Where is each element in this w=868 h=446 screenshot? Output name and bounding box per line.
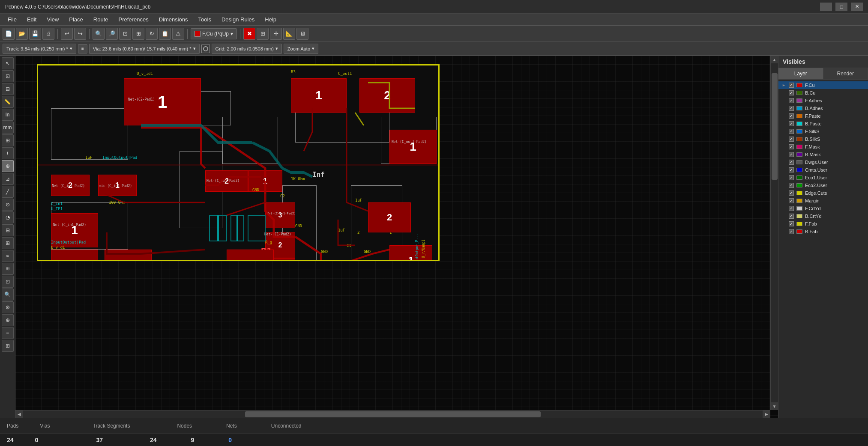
zoom-area-button[interactable]: ⊞ xyxy=(132,28,144,40)
dimension-tool[interactable]: mm xyxy=(2,122,14,134)
tune-track[interactable]: ≈ xyxy=(2,250,14,262)
layer-check-9[interactable]: ✓ xyxy=(789,152,794,157)
layer-check-13[interactable]: ✓ xyxy=(789,183,794,188)
redo-button[interactable]: ↪ xyxy=(74,28,86,40)
edit-tool[interactable]: ⊿ xyxy=(2,173,14,185)
layer-check-10[interactable]: ✓ xyxy=(789,160,794,165)
measure-tool[interactable]: 📏 xyxy=(2,96,14,108)
save-button[interactable]: 💾 xyxy=(29,28,41,40)
layer-check-14[interactable]: ✓ xyxy=(789,190,794,196)
layer-row-f-mask[interactable]: ✓F.Mask xyxy=(778,143,868,151)
pad-tool[interactable]: ⊡ xyxy=(2,276,14,288)
tab-render[interactable]: Render xyxy=(823,68,868,79)
open-button[interactable]: 📂 xyxy=(16,28,28,40)
scroll-right-btn[interactable]: ▶ xyxy=(763,410,770,418)
tab-layer[interactable]: Layer xyxy=(778,68,823,79)
layer-check-8[interactable]: ✓ xyxy=(789,144,794,149)
maximize-button[interactable]: □ xyxy=(835,3,847,11)
layer-row-f-fab[interactable]: ✓F.Fab xyxy=(778,220,868,228)
scroll-thumb-h[interactable] xyxy=(245,411,541,417)
layer-check-15[interactable]: ✓ xyxy=(789,198,794,203)
layer-row-f-paste[interactable]: ✓F.Paste xyxy=(778,112,868,120)
text-tool[interactable]: ⊞ xyxy=(2,134,14,146)
draw-line[interactable]: ╱ xyxy=(2,186,14,198)
unknown-1[interactable]: ≡ xyxy=(2,327,14,339)
layer-row-b-crtyd[interactable]: ✓B.CrtYd xyxy=(778,212,868,220)
layer-row-f-crtyd[interactable]: ✓F.CrtYd xyxy=(778,205,868,212)
route-diff-pair[interactable]: ⊞ xyxy=(2,237,14,249)
canvas-area[interactable]: 1 C_in1 U_TF1 Net-(C_in1-Pad2) 2 1 Net-(… xyxy=(15,56,778,418)
zoom-selector[interactable]: Zoom Auto ▾ xyxy=(284,44,318,54)
select-tool-2[interactable]: ⊡ xyxy=(2,70,14,82)
layer-check-7[interactable]: ✓ xyxy=(789,137,794,142)
route-track[interactable]: ⊟ xyxy=(2,83,14,95)
new-button[interactable]: 📄 xyxy=(3,28,15,40)
layer-check-1[interactable]: ✓ xyxy=(789,90,794,95)
fill-zone[interactable]: ⊟ xyxy=(2,224,14,236)
layer-row-f-silks[interactable]: ✓F.SilkS xyxy=(778,128,868,135)
layer-check-16[interactable]: ✓ xyxy=(789,206,794,211)
layer-row-f-adhes[interactable]: ✓F.Adhes xyxy=(778,97,868,104)
menu-place[interactable]: Place xyxy=(65,15,87,24)
menu-help[interactable]: Help xyxy=(260,15,281,24)
layer-row-eco2-user[interactable]: ✓Eco2.User xyxy=(778,181,868,189)
layer-row-b-paste[interactable]: ✓B.Paste xyxy=(778,120,868,128)
menu-file[interactable]: File xyxy=(3,15,21,24)
scroll-up-btn[interactable]: ▲ xyxy=(771,56,778,63)
drc-run-button[interactable]: ✖ xyxy=(243,28,255,40)
layer-row-b-adhes[interactable]: ✓B.Adhes xyxy=(778,104,868,112)
menu-tools[interactable]: Tools xyxy=(194,15,216,24)
undo-button[interactable]: ↩ xyxy=(61,28,73,40)
drc-button[interactable]: ⚠ xyxy=(172,28,184,40)
copper-fill-button[interactable]: ⊞ xyxy=(257,28,269,40)
net-inspector[interactable]: ⊛ xyxy=(2,301,14,313)
layer-check-2[interactable]: ✓ xyxy=(789,98,794,103)
layer-row-f-cu[interactable]: ►✓F.Cu xyxy=(778,81,868,89)
scroll-thumb-v[interactable] xyxy=(772,73,778,179)
print-button[interactable]: 🖨 xyxy=(42,28,54,40)
layer-row-b-fab[interactable]: ✓B.Fab xyxy=(778,228,868,235)
measure-button[interactable]: 📐 xyxy=(283,28,295,40)
minimize-button[interactable]: ─ xyxy=(820,3,832,11)
track-width-selector[interactable]: Track: 9.84 mils (0.250 mm) * ▾ xyxy=(3,44,76,54)
unknown-2[interactable]: ⊞ xyxy=(2,340,14,352)
layer-check-5[interactable]: ✓ xyxy=(789,121,794,126)
menu-preferences[interactable]: Preferences xyxy=(114,15,153,24)
refresh-button[interactable]: ↻ xyxy=(146,28,158,40)
tune-diff-pair[interactable]: ≋ xyxy=(2,263,14,275)
layer-check-0[interactable]: ✓ xyxy=(789,83,794,88)
horizontal-scrollbar[interactable]: ◀ ▶ xyxy=(15,410,770,418)
menu-dimensions[interactable]: Dimensions xyxy=(155,15,192,24)
grid-selector[interactable]: Grid: 2.00 mils (0.0508 mm) ▾ xyxy=(212,44,282,54)
layer-check-6[interactable]: ✓ xyxy=(789,129,794,134)
zoom-fit-button[interactable]: ⊡ xyxy=(119,28,131,40)
highlight-tool[interactable]: ⊕ xyxy=(2,160,14,172)
layer-row-cmts-user[interactable]: ✓Cmts.User xyxy=(778,166,868,174)
layer-row-b-cu[interactable]: ✓B.Cu xyxy=(778,89,868,97)
menu-design-rules[interactable]: Design Rules xyxy=(217,15,259,24)
select-tool[interactable]: ↖ xyxy=(2,57,14,69)
layer-check-17[interactable]: ✓ xyxy=(789,214,794,219)
add-footprint[interactable]: + xyxy=(2,147,14,159)
layer-check-11[interactable]: ✓ xyxy=(789,167,794,172)
layer-row-edge-cuts[interactable]: ✓Edge.Cuts xyxy=(778,189,868,197)
netlist-button[interactable]: 📋 xyxy=(159,28,171,40)
origin-button[interactable]: ✛ xyxy=(270,28,282,40)
mark-board[interactable]: ⊕ xyxy=(2,314,14,326)
layer-check-3[interactable]: ✓ xyxy=(789,106,794,111)
menu-view[interactable]: View xyxy=(42,15,63,24)
menu-route[interactable]: Route xyxy=(89,15,113,24)
layer-check-18[interactable]: ✓ xyxy=(789,221,794,226)
scroll-down-btn[interactable]: ▼ xyxy=(771,402,778,410)
via-icon[interactable] xyxy=(201,45,210,53)
close-button[interactable]: ✕ xyxy=(851,3,863,11)
layer-check-4[interactable]: ✓ xyxy=(789,113,794,119)
footprint-tool[interactable]: In xyxy=(2,109,14,121)
zoom-in-button[interactable]: 🔍 xyxy=(93,28,105,40)
via-selector[interactable]: Via: 23.6 mils (0.60 mm)/ 15.7 mils (0.4… xyxy=(89,44,200,54)
track-settings-btn[interactable]: ≡ xyxy=(78,44,87,54)
scroll-left-btn[interactable]: ◀ xyxy=(15,410,23,418)
layer-row-margin[interactable]: ✓Margin xyxy=(778,197,868,205)
layer-row-dwgs-user[interactable]: ✓Dwgs.User xyxy=(778,158,868,166)
layer-check-12[interactable]: ✓ xyxy=(789,175,794,180)
